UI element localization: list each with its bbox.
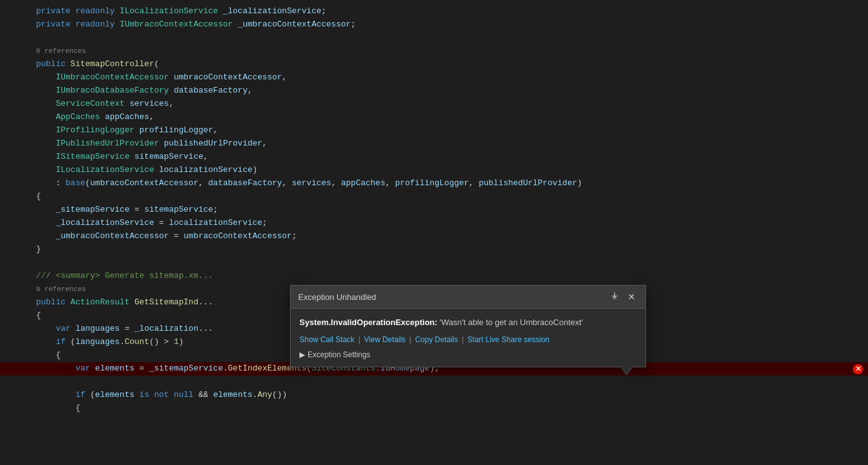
code-line: IPublishedUrlProvider publishedUrlProvid… bbox=[0, 137, 868, 151]
popup-controls: ✕ bbox=[608, 290, 638, 303]
line-content: ServiceContext services, bbox=[11, 98, 868, 111]
line-content: _umbracoContextAccessor = umbracoContext… bbox=[11, 230, 868, 243]
code-line: 0 references bbox=[0, 45, 868, 58]
line-content: } bbox=[11, 243, 868, 256]
code-line: public SitemapController( bbox=[0, 58, 868, 71]
view-details-link[interactable]: View Details bbox=[364, 335, 406, 344]
line-content: public SitemapController( bbox=[11, 58, 868, 71]
code-line: _sitemapService = sitemapService; bbox=[0, 204, 868, 217]
line-content bbox=[11, 32, 868, 45]
line-content: AppCaches appCaches, bbox=[11, 111, 868, 124]
line-content: { bbox=[11, 190, 868, 204]
code-line: ILocalizationService localizationService… bbox=[0, 164, 868, 177]
line-content bbox=[11, 256, 868, 270]
code-line: { bbox=[0, 402, 868, 415]
line-content: IUmbracoDatabaseFactory databaseFactory, bbox=[11, 84, 868, 98]
code-line bbox=[0, 376, 868, 389]
line-content: { bbox=[11, 402, 868, 415]
code-line: _umbracoContextAccessor = umbracoContext… bbox=[0, 230, 868, 243]
line-content: private readonly ILocalizationService _l… bbox=[11, 5, 868, 18]
chevron-right-icon: ▶ bbox=[299, 350, 305, 359]
link-separator: | bbox=[358, 335, 360, 344]
start-live-share-link[interactable]: Start Live Share session bbox=[468, 335, 550, 344]
line-content: _localizationService = localizationServi… bbox=[11, 217, 868, 230]
code-editor: private readonly ILocalizationService _l… bbox=[0, 0, 868, 465]
code-line bbox=[0, 32, 868, 45]
exception-settings[interactable]: ▶ Exception Settings bbox=[299, 350, 637, 359]
link-separator: | bbox=[409, 335, 411, 344]
code-line: private readonly ILocalizationService _l… bbox=[0, 5, 868, 18]
line-content bbox=[11, 376, 868, 389]
pin-button[interactable] bbox=[608, 290, 622, 303]
line-content: /// <summary> Generate sitemap.xm... bbox=[11, 270, 868, 283]
line-content: IProfilingLogger profilingLogger, bbox=[11, 124, 868, 137]
line-content: ISitemapService sitemapService, bbox=[11, 151, 868, 164]
close-button[interactable]: ✕ bbox=[625, 290, 638, 303]
popup-header: Exception Unhandled ✕ bbox=[291, 285, 645, 309]
code-line: _localizationService = localizationServi… bbox=[0, 217, 868, 230]
line-content: _sitemapService = sitemapService; bbox=[11, 204, 868, 217]
code-line: /// <summary> Generate sitemap.xm... bbox=[0, 270, 868, 283]
code-line: IProfilingLogger profilingLogger, bbox=[0, 124, 868, 137]
line-content: IUmbracoContextAccessor umbracoContextAc… bbox=[11, 71, 868, 84]
show-call-stack-link[interactable]: Show Call Stack bbox=[299, 335, 354, 344]
exception-message: 'Wasn't able to get an UmbracoContext' bbox=[437, 318, 583, 327]
error-indicator: ✕ bbox=[853, 364, 863, 374]
exception-settings-label: Exception Settings bbox=[308, 350, 370, 359]
code-line: IUmbracoContextAccessor umbracoContextAc… bbox=[0, 71, 868, 84]
popup-links: Show Call Stack | View Details | Copy De… bbox=[299, 335, 637, 344]
exception-type: System.InvalidOperationException: bbox=[299, 318, 437, 327]
link-separator: | bbox=[461, 335, 463, 344]
line-content: private readonly IUmbracoContextAccessor… bbox=[11, 18, 868, 32]
line-content: if (elements is not null && elements.Any… bbox=[11, 389, 868, 402]
popup-title: Exception Unhandled bbox=[298, 292, 376, 302]
code-line bbox=[0, 256, 868, 270]
code-line: } bbox=[0, 243, 868, 256]
copy-details-link[interactable]: Copy Details bbox=[415, 335, 458, 344]
code-line: ISitemapService sitemapService, bbox=[0, 151, 868, 164]
code-line: if (elements is not null && elements.Any… bbox=[0, 389, 868, 402]
popup-callout bbox=[620, 367, 633, 376]
code-line: { bbox=[0, 190, 868, 204]
exception-popup: Exception Unhandled ✕ System.InvalidOper… bbox=[290, 285, 646, 367]
line-content: 0 references bbox=[11, 45, 868, 58]
exception-title: System.InvalidOperationException: 'Wasn'… bbox=[299, 316, 637, 329]
line-content: ILocalizationService localizationService… bbox=[11, 164, 868, 177]
code-line: AppCaches appCaches, bbox=[0, 111, 868, 124]
code-line: : base(umbracoContextAccessor, databaseF… bbox=[0, 177, 868, 190]
code-line: IUmbracoDatabaseFactory databaseFactory, bbox=[0, 84, 868, 98]
code-line: private readonly IUmbracoContextAccessor… bbox=[0, 18, 868, 32]
code-line: ServiceContext services, bbox=[0, 98, 868, 111]
line-content: : base(umbracoContextAccessor, databaseF… bbox=[11, 177, 868, 190]
line-content: IPublishedUrlProvider publishedUrlProvid… bbox=[11, 137, 868, 151]
popup-body: System.InvalidOperationException: 'Wasn'… bbox=[291, 309, 645, 367]
